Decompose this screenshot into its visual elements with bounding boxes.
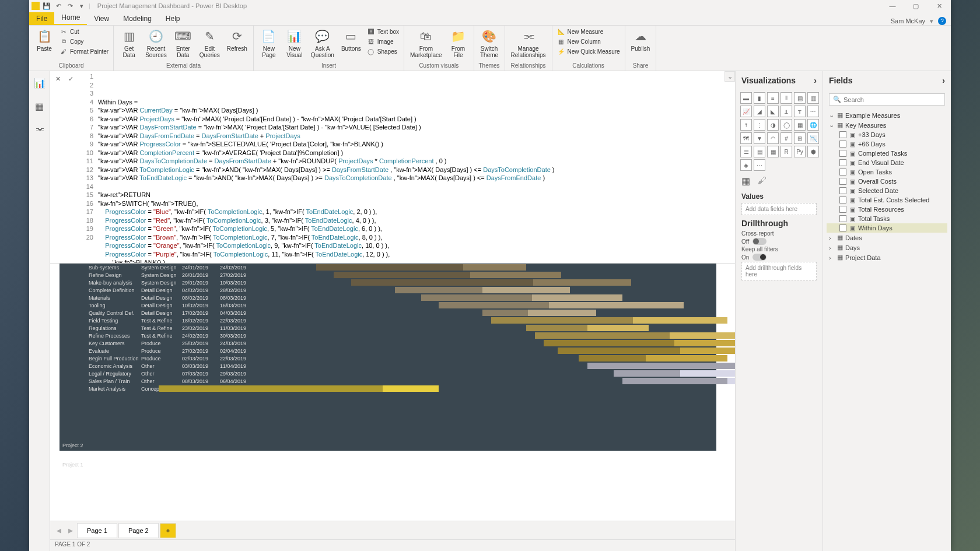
page-prev-button[interactable]: ◂ <box>54 525 64 536</box>
buttons-button[interactable]: ▭Buttons <box>339 27 363 53</box>
viz-pie[interactable]: ◑ <box>767 119 779 131</box>
viz-waterfall[interactable]: ⫯ <box>740 119 752 131</box>
viz-scatter[interactable]: ⋮ <box>754 119 765 131</box>
field-node[interactable]: ▣Total Tasks <box>827 214 947 223</box>
refresh-button[interactable]: ⟳Refresh <box>225 27 250 53</box>
viz-treemap[interactable]: ▦ <box>794 119 806 131</box>
table-node[interactable]: ›▦Dates <box>827 233 947 243</box>
fields-tab-icon[interactable]: ▦ <box>741 176 750 187</box>
viz-stacked-bar[interactable]: ▬ <box>740 92 752 104</box>
page-next-button[interactable]: ▸ <box>65 525 76 536</box>
new-quick-measure-button[interactable]: ⚡New Quick Measure <box>556 47 621 56</box>
viz-table[interactable]: ▤ <box>754 146 765 157</box>
switch-theme-button[interactable]: 🎨Switch Theme <box>478 27 501 59</box>
text-box-button[interactable]: 🅰Text box <box>366 27 400 36</box>
format-painter-button[interactable]: 🖌Format Painter <box>58 47 110 56</box>
field-node[interactable]: ▣Selected Date <box>827 186 947 195</box>
manage-relationships-button[interactable]: ⫘Manage Relationships <box>509 27 548 59</box>
formula-editor[interactable]: 1234567891011121314151617181920 Within D… <box>82 71 735 263</box>
redo-icon[interactable]: ↷ <box>65 1 75 10</box>
gantt-visual[interactable]: Project 1 Project 2 Sub-systemsSystem De… <box>60 264 716 451</box>
page-tab-2[interactable]: Page 2 <box>118 523 159 538</box>
close-button[interactable]: ✕ <box>928 0 951 12</box>
drillthrough-well[interactable]: Add drillthrough fields here <box>741 262 817 280</box>
new-measure-button[interactable]: 📐New Measure <box>556 27 621 36</box>
table-node[interactable]: ⌄▦Example Measures <box>827 110 947 120</box>
help-icon[interactable]: ? <box>938 17 946 25</box>
field-node[interactable]: ▣+66 Days <box>827 139 947 149</box>
field-node[interactable]: ▣Open Tasks <box>827 167 947 177</box>
save-icon[interactable]: 💾 <box>42 1 51 10</box>
maximize-button[interactable]: ▢ <box>904 0 928 12</box>
table-node[interactable]: ⌄▦Key Measures <box>827 120 947 130</box>
publish-button[interactable]: ☁Publish <box>629 27 653 53</box>
field-node[interactable]: ▣Within Days <box>827 223 947 233</box>
fields-collapse-icon[interactable]: › <box>942 76 945 85</box>
copy-button[interactable]: ⧉Copy <box>58 37 110 46</box>
edit-queries-button[interactable]: ✎Edit Queries <box>197 27 222 59</box>
paste-button[interactable]: 📋Paste <box>33 27 56 53</box>
field-node[interactable]: ▣Completed Tasks <box>827 149 947 158</box>
tab-home[interactable]: Home <box>54 11 87 25</box>
image-button[interactable]: 🖼Image <box>366 37 400 46</box>
viz-line[interactable]: 📈 <box>740 106 752 117</box>
viz-kpi[interactable]: 📉 <box>807 132 819 144</box>
recent-sources-button[interactable]: 🕘Recent Sources <box>143 27 169 59</box>
viz-arcgis[interactable]: ⬢ <box>807 146 819 157</box>
viz-clustered-bar[interactable]: ≡ <box>767 92 779 104</box>
viz-100-column[interactable]: ▥ <box>807 92 819 104</box>
viz-funnel[interactable]: ▼ <box>754 132 765 144</box>
field-node[interactable]: ▣Overall Costs <box>827 177 947 186</box>
formula-commit-button[interactable]: ✓ <box>65 73 76 84</box>
viz-matrix[interactable]: ▦ <box>767 146 779 157</box>
new-visual-button[interactable]: 📊New Visual <box>283 27 306 59</box>
table-node[interactable]: ›▦Days <box>827 243 947 252</box>
search-input[interactable] <box>844 96 941 103</box>
viz-line-stacked[interactable]: ⫫ <box>780 106 792 117</box>
table-node[interactable]: ›▦Project Data <box>827 252 947 262</box>
ask-question-button[interactable]: 💬Ask A Question <box>309 27 337 59</box>
report-view-button[interactable]: 📊 <box>33 76 47 90</box>
qat-dropdown-icon[interactable]: ▾ <box>77 1 86 10</box>
viz-clustered-column[interactable]: ⫴ <box>780 92 792 104</box>
model-view-button[interactable]: ⫘ <box>33 122 47 136</box>
from-file-button[interactable]: 📁From File <box>447 27 470 59</box>
formula-bar[interactable]: ✕ ✓ 1234567891011121314151617181920 With… <box>50 71 735 264</box>
enter-data-button[interactable]: ⌨Enter Data <box>172 27 195 59</box>
field-node[interactable]: ▣+33 Days <box>827 130 947 139</box>
cut-button[interactable]: ✂Cut <box>58 27 110 36</box>
field-node[interactable]: ▣Total Est. Costs Selected <box>827 195 947 205</box>
cross-report-toggle[interactable] <box>752 238 766 245</box>
viz-line-clustered[interactable]: ⫪ <box>794 106 806 117</box>
formula-expand-button[interactable]: ⌄ <box>724 71 735 82</box>
viz-area[interactable]: ◢ <box>754 106 765 117</box>
viz-slicer[interactable]: ☰ <box>740 146 752 157</box>
tab-modeling[interactable]: Modeling <box>116 12 159 25</box>
undo-icon[interactable]: ↶ <box>54 1 63 10</box>
viz-multi-card[interactable]: ⊞ <box>794 132 806 144</box>
new-column-button[interactable]: ▦New Column <box>556 37 621 46</box>
values-well[interactable]: Add data fields here <box>741 203 817 215</box>
keep-filters-toggle[interactable] <box>752 254 766 261</box>
viz-filled-map[interactable]: 🗺 <box>740 132 752 144</box>
formula-cancel-button[interactable]: ✕ <box>52 73 63 84</box>
viz-gauge[interactable]: ◠ <box>767 132 779 144</box>
viz-r[interactable]: R <box>780 146 792 157</box>
field-node[interactable]: ▣Total Resources <box>827 205 947 214</box>
get-data-button[interactable]: ▥Get Data <box>117 27 141 59</box>
fields-search[interactable]: 🔍 <box>829 93 945 106</box>
viz-card[interactable]: # <box>780 132 792 144</box>
from-marketplace-button[interactable]: 🛍From Marketplace <box>408 27 444 59</box>
viz-custom[interactable]: ◈ <box>740 159 752 171</box>
viz-collapse-icon[interactable]: › <box>814 76 817 85</box>
shapes-button[interactable]: ◯Shapes <box>366 47 400 56</box>
viz-donut[interactable]: ◯ <box>780 119 792 131</box>
page-tab-1[interactable]: Page 1 <box>77 523 117 538</box>
new-page-button[interactable]: 📄New Page <box>257 27 281 59</box>
viz-ribbon[interactable]: 〰 <box>807 106 819 117</box>
add-page-button[interactable]: + <box>160 523 176 538</box>
viz-map[interactable]: 🌐 <box>807 119 819 131</box>
tab-file[interactable]: File <box>29 12 54 25</box>
viz-stacked-column[interactable]: ▮ <box>754 92 765 104</box>
field-node[interactable]: ▣End Visual Date <box>827 158 947 167</box>
